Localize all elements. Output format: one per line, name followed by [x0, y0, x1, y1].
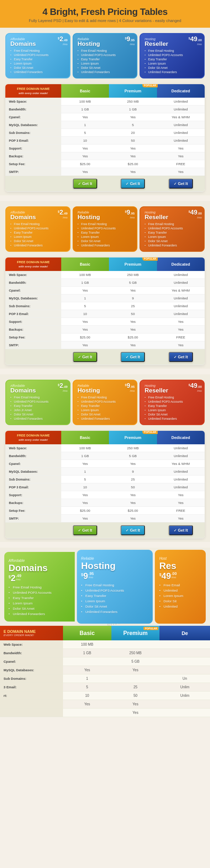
hosting-card-2: Reliable Hosting $9.95 /mo Free Email Ho… [73, 206, 138, 252]
table-row: Backups:YesYesYes [5, 326, 205, 333]
large-hosting-card: Reliable Hosting $ 9 .95 /mo Free Email … [77, 550, 153, 624]
hosting-card-3: Reliable Hosting $9.95 /mo Free Email Ho… [73, 380, 138, 425]
table-row: Bandwidth: 1 GB 1 GB Unlimited [5, 105, 205, 113]
table-row: Bandwidth:1 GB5 GBUnlimited [5, 452, 205, 460]
table-row: Support:YesYesYes [5, 491, 205, 499]
table-row: Setup Fee: $25.00 $25.00 FREE [5, 160, 205, 168]
table-row: Yes [0, 709, 210, 717]
page-title: 4 Bright, Fresh Pricing Tables [7, 6, 203, 17]
get-it-dedicated-2[interactable]: ✓ Get It [169, 352, 193, 362]
reseller-card-1: Hosting Reseller $49.00 /mo Free Email H… [140, 33, 205, 78]
domains-title-1: Domains [10, 40, 36, 47]
table-row: Bandwidth:1 GB5 GBUnlimited [5, 279, 205, 287]
table-row: Yes Yes [0, 700, 210, 709]
reseller-price-1: $49.00 /mo [188, 36, 202, 46]
table-row: 3 Email: 5 25 Unlim [0, 683, 210, 691]
table-row: Setup Fee:$25.00$25.00FREE [5, 333, 205, 341]
table-row: rt: 10 50 Unlim [0, 691, 210, 700]
table-row: SMTP:YesYesYes [5, 515, 205, 522]
cards-row-1: Affordable Domains $2.49 /mo Free Email … [5, 33, 205, 78]
variant-3-section: envato envato Affordable Domains $2.49 /… [0, 374, 210, 542]
hosting-title-1: Hosting [78, 40, 100, 47]
hosting-card-1: Reliable Hosting $9.95 /mo Free Email Ho… [73, 33, 138, 78]
table-row: MySQL Databases:19Unlimited [5, 468, 205, 476]
large-cards-row: Affordable Domains $ 2 .49 /mo Free Emai… [0, 548, 210, 626]
reseller-card-2: Hosting Reseller $49.00 /mo Free Email H… [140, 206, 205, 252]
th-premium-1: POPULAR Premium [109, 84, 157, 98]
divider-3 [0, 542, 210, 548]
divider-1 [0, 195, 210, 201]
large-table-header: e Domain Name EVERY ORDER MADE! Basic PO… [0, 626, 210, 640]
reseller-features-1: Free Email Hosting Unlimited POP3 Accoun… [145, 49, 200, 74]
table-header-row-1: Free Domain Name with every order made! … [5, 84, 205, 98]
large-reseller-card: Host Res $ 49 .00 /mo Free Email Unlimit… [155, 550, 206, 624]
get-it-basic-3[interactable]: ✓ Get It [73, 525, 97, 535]
table-row: Web Space: 100 MB 250 MB Unlimited [5, 98, 205, 105]
check-icon: ✓ [78, 182, 81, 186]
lth-basic: Basic [63, 626, 111, 640]
table-row: MySQL Databases: Yes Yes [0, 666, 210, 674]
get-it-dedicated-3[interactable]: ✓ Get It [169, 525, 193, 535]
table-row: SMTP: Yes Yes Yes [5, 168, 205, 176]
get-it-row-2: ✓ Get It ✓ Get It ✓ Get It [5, 349, 205, 365]
get-it-premium-3[interactable]: ✓ Get It [121, 525, 145, 535]
pricing-table-3: Free Domain Name with every order made! … [5, 431, 205, 538]
table-1: Free Domain Name with every order made! … [5, 84, 205, 192]
domains-card-1: Affordable Domains $2.49 /mo Free Email … [5, 33, 70, 78]
table-row: Backups: Yes Yes Yes [5, 152, 205, 160]
reseller-title-1: Reseller [145, 40, 168, 47]
variant-4-section: envato envato Affordable Domains $ 2 .49… [0, 548, 210, 717]
hosting-price-1: $9.95 /mo [125, 36, 135, 46]
table-row: MySQL Databases: 1 5 Unlimited [5, 121, 205, 129]
get-it-row-1: ✓ Get It ✓ Get It ✓ Get It [5, 176, 205, 192]
table-row: Cpanel:YesYesYes & WHM [5, 287, 205, 294]
check-icon: ✓ [174, 182, 177, 186]
table-row: Setup Fee:$25.00$25.00FREE [5, 507, 205, 515]
table-row: Sub Domains: 5 20 Unlimited [5, 129, 205, 137]
domains-price-1: $2.49 /mo [58, 36, 68, 46]
page-header: 4 Bright, Fresh Pricing Tables Fully Lay… [0, 0, 210, 28]
th-dedicated-1: Dedicated [157, 84, 205, 98]
table-row: Support:YesYesYes [5, 318, 205, 326]
table-body-1: Web Space: 100 MB 250 MB Unlimited Bandw… [5, 98, 205, 192]
table-row: Sub Domains:525Unlimited [5, 302, 205, 310]
table-row: POP 3 Email: 10 50 Unlimited [5, 137, 205, 145]
cards-row-3: Affordable Domains $2.49 /mo Free Email … [5, 380, 205, 425]
table-row: Cpanel: Yes Yes Yes & WHM [5, 113, 205, 121]
table-row: SMTP:YesYesYes [5, 341, 205, 349]
th-free-1: Free Domain Name with every order made! [5, 84, 61, 98]
get-it-dedicated-1[interactable]: ✓ Get It [169, 179, 193, 189]
reseller-card-3: Hosting Reseller $49.00 /mo Free Email H… [140, 380, 205, 425]
table-row: POP 3 Email:1050Unlimited [5, 310, 205, 318]
pricing-table-2: Free Domain Name with every order made! … [5, 257, 205, 365]
divider-2 [0, 369, 210, 374]
large-table: Web Space: 100 MB Bandwidth: 1 GB 250 MB… [0, 640, 210, 717]
th-basic-1: Basic [61, 84, 109, 98]
get-it-premium-2[interactable]: ✓ Get It [121, 352, 145, 362]
domains-features-1: Free Email Hosting Unlimited POP3 Accoun… [10, 49, 66, 74]
pricing-table-1: Free Domain Name with every order made! … [5, 84, 205, 192]
variant-1-section: envato envato Affordable Domains $2.49 /… [0, 28, 210, 195]
table-row: Sub Domains: 1 Un [0, 674, 210, 683]
table-row: Web Space: 100 MB [0, 640, 210, 649]
domains-card-2: Affordable Domains $2.49 /mo Free Email … [5, 206, 70, 252]
get-it-row-3: ✓ Get It ✓ Get It ✓ Get It [5, 522, 205, 538]
popular-badge-1: POPULAR [142, 84, 157, 87]
table-row: Cpanel: 5 GB [0, 657, 210, 666]
table-row: POP 3 Email:1050Unlimited [5, 483, 205, 491]
table-row: Cpanel:YesYesYes & WHM [5, 460, 205, 468]
check-icon: ✓ [126, 182, 128, 186]
table-row: Bandwidth: 1 GB 250 MB [0, 649, 210, 657]
lth-dedicated: De [159, 626, 210, 640]
get-it-premium-1[interactable]: ✓ Get It [121, 179, 145, 189]
table-row: Web Space:100 MB250 MBUnlimited [5, 271, 205, 279]
get-it-basic-2[interactable]: ✓ Get It [73, 352, 97, 362]
table-row: MySQL Databases:19Unlimited [5, 294, 205, 302]
table-row: Support: Yes Yes Yes [5, 145, 205, 152]
table-row: Backups:YesYesYes [5, 499, 205, 507]
get-it-basic-1[interactable]: ✓ Get It [73, 179, 97, 189]
cards-row-2: Affordable Domains $2.49 /mo Free Email … [5, 206, 205, 252]
hosting-features-1: Free Email Hosting Unlimited POP3 Accoun… [78, 49, 133, 74]
table-row: Web Space:100 MB250 MBUnlimited [5, 444, 205, 452]
lth-premium: POPULAR Premium [111, 626, 160, 640]
